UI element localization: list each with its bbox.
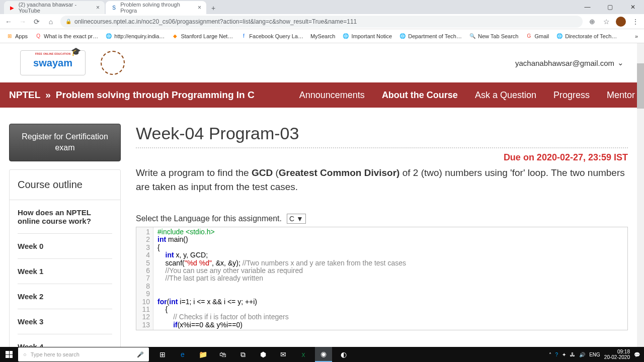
language-indicator[interactable]: ENG (589, 352, 600, 357)
excel-icon[interactable]: x (295, 347, 312, 362)
address-bar-row: ← → ⟳ ⌂ 🔒 onlinecourses.nptel.ac.in/noc2… (0, 14, 644, 29)
code-lines[interactable]: #include <stdio.h> int main() { int x, y… (153, 227, 627, 330)
browser-tab[interactable]: ▶ (2) yaachana bhawsar - YouTube × (4, 1, 105, 14)
bookmark-item[interactable]: ◆Stanford Large Net… (172, 33, 233, 40)
chevron-down-icon: ▼ (296, 215, 303, 223)
bookmarks-overflow[interactable]: » (635, 33, 638, 39)
nav-ask-question[interactable]: Ask a Question (475, 90, 536, 101)
home-button[interactable]: ⌂ (46, 17, 55, 26)
sidebar-item[interactable]: How does an NPTEL online course work? (18, 200, 112, 234)
chevron-down-icon: ⌄ (617, 58, 624, 67)
mail-icon[interactable]: ✉ (275, 347, 292, 362)
app-icon[interactable]: ◐ (335, 347, 352, 362)
grad-cap-icon: 🎓 (71, 47, 81, 56)
line-gutter: 12345678910111213 (136, 227, 153, 330)
site-header: 🎓 swayam yachanabhawsar@gmail.com ⌄ (0, 43, 644, 82)
notifications-icon[interactable]: 💬 (634, 352, 640, 357)
zoom-icon[interactable]: ⊕ (588, 17, 597, 26)
nav-mentor[interactable]: Mentor (607, 90, 635, 101)
new-tab-button[interactable]: + (207, 2, 219, 14)
nav-announcements[interactable]: Announcements (299, 90, 365, 101)
main-content: Week-04 Program-03 Due on 2020-02-27, 23… (136, 124, 635, 347)
sidebar-item-week3[interactable]: Week 3 (18, 309, 112, 334)
due-date: Due on 2020-02-27, 23:59 IST (136, 152, 628, 163)
chrome-icon[interactable]: ◉ (315, 347, 332, 362)
dropbox-icon[interactable]: ⧉ (234, 347, 252, 362)
lock-icon: 🔒 (65, 19, 71, 24)
course-nav-bar: NPTEL » Problem solving through Programm… (0, 82, 644, 108)
bookmark-item[interactable]: 🌐Important Notice (342, 33, 392, 40)
problem-statement: Write a program to find the GCD (Greates… (136, 166, 628, 194)
outline-heading: Course outline (10, 170, 120, 200)
help-icon[interactable]: ? (555, 352, 558, 357)
menu-icon[interactable]: ⋮ (631, 17, 640, 26)
iit-logo[interactable] (101, 51, 125, 75)
tab-title: (2) yaachana bhawsar - YouTube (19, 2, 92, 14)
page-content: 🎓 swayam yachanabhawsar@gmail.com ⌄ NPTE… (0, 43, 644, 347)
clock[interactable]: 09:18 20-02-2020 (604, 349, 630, 360)
taskbar-search[interactable]: ○ Type here to search 🎤 (18, 347, 149, 361)
bookmark-item[interactable]: MySearch (310, 33, 336, 39)
scrollbar-thumb[interactable] (637, 63, 644, 109)
reload-button[interactable]: ⟳ (32, 17, 41, 26)
language-select[interactable]: C ▼ (287, 214, 306, 224)
breadcrumb-root[interactable]: NPTEL (9, 89, 40, 101)
bookmark-item[interactable]: fFacebook Query La… (240, 33, 303, 40)
register-exam-button[interactable]: Register for Certification exam (9, 124, 121, 161)
close-icon[interactable]: × (96, 4, 100, 11)
language-label: Select the Language for this assignment. (136, 214, 282, 223)
site-icon: S (111, 4, 117, 11)
bookmark-item[interactable]: 🌐http://enquiry.india… (105, 33, 165, 40)
tray-chevron-icon[interactable]: ˄ (549, 352, 551, 357)
profile-avatar[interactable] (616, 17, 626, 27)
bookmarks-bar: ⊞Apps QWhat is the exact pr… 🌐http://enq… (0, 29, 644, 43)
forward-button[interactable]: → (18, 17, 27, 26)
start-button[interactable] (0, 347, 18, 362)
back-button[interactable]: ← (4, 17, 13, 26)
bookmark-item[interactable]: 🔍New Tab Search (469, 33, 519, 40)
page-title: Week-04 Program-03 (136, 124, 628, 143)
bookmark-item[interactable]: 🌐Department of Tech… (399, 33, 462, 40)
youtube-icon: ▶ (9, 4, 16, 11)
tray-app-icon[interactable]: ✦ (562, 352, 566, 357)
system-tray: ˄ ? ✦ 🖧 🔊 ENG 09:18 20-02-2020 💬 (549, 349, 644, 360)
browser-tab-active[interactable]: S Problem solving through Progra × (106, 1, 206, 14)
obs-icon[interactable]: ⬢ (255, 347, 272, 362)
cortana-icon: ○ (23, 351, 27, 357)
store-icon[interactable]: 🛍 (214, 347, 231, 362)
explorer-icon[interactable]: 📁 (194, 347, 211, 362)
sidebar-item-week1[interactable]: Week 1 (18, 259, 112, 284)
maximize-button[interactable]: ▢ (599, 0, 621, 14)
swayam-logo[interactable]: 🎓 swayam (20, 50, 86, 75)
course-sidebar: Register for Certification exam Course o… (9, 124, 121, 347)
breadcrumb-course[interactable]: Problem solving through Programming In C (56, 89, 255, 101)
bookmark-star-icon[interactable]: ☆ (602, 17, 611, 26)
url-bar[interactable]: 🔒 onlinecourses.nptel.ac.in/noc20_cs06/p… (60, 16, 583, 28)
browser-tab-strip: ▶ (2) yaachana bhawsar - YouTube × S Pro… (0, 0, 644, 14)
nav-about-course[interactable]: About the Course (382, 90, 458, 101)
bookmark-item[interactable]: QWhat is the exact pr… (35, 33, 98, 40)
task-view-icon[interactable]: ⊞ (154, 347, 171, 362)
bookmark-item[interactable]: GGmail (526, 33, 549, 40)
nav-progress[interactable]: Progress (553, 90, 590, 101)
sidebar-item-week0[interactable]: Week 0 (18, 234, 112, 259)
tab-title: Problem solving through Progra (120, 2, 194, 14)
mic-icon[interactable]: 🎤 (137, 351, 144, 358)
close-window-button[interactable]: ✕ (621, 0, 644, 14)
breadcrumb: NPTEL » Problem solving through Programm… (9, 89, 255, 101)
code-editor[interactable]: 12345678910111213 #include <stdio.h> int… (136, 227, 628, 330)
sidebar-item-week2[interactable]: Week 2 (18, 284, 112, 309)
close-icon[interactable]: × (198, 4, 201, 11)
bookmark-item[interactable]: 🌐Directorate of Tech… (556, 33, 617, 40)
apps-button[interactable]: ⊞Apps (6, 33, 28, 40)
windows-taskbar: ○ Type here to search 🎤 ⊞ e 📁 🛍 ⧉ ⬢ ✉ x … (0, 347, 644, 362)
vertical-scrollbar[interactable] (637, 43, 644, 347)
network-icon[interactable]: 🖧 (570, 352, 575, 357)
sidebar-item-week4[interactable]: Week 4 (18, 334, 112, 347)
user-email-dropdown[interactable]: yachanabhawsar@gmail.com ⌄ (515, 58, 624, 67)
volume-icon[interactable]: 🔊 (579, 352, 585, 357)
edge-icon[interactable]: e (174, 347, 191, 362)
windows-icon (6, 351, 13, 358)
url-text: onlinecourses.nptel.ac.in/noc20_cs06/pro… (74, 18, 578, 25)
minimize-button[interactable]: — (576, 0, 599, 14)
